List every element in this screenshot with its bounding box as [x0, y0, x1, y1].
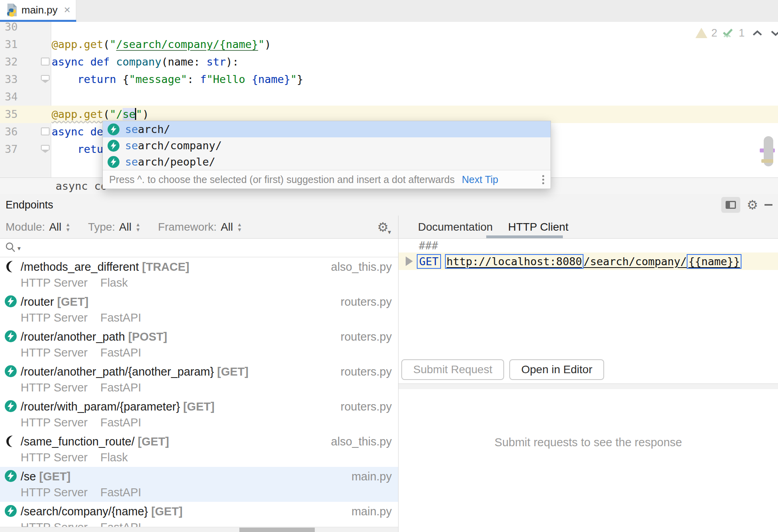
filter-gear-icon: ⚙ — [377, 219, 389, 235]
filter-value: All — [221, 221, 233, 233]
minimize-icon[interactable] — [765, 204, 772, 206]
endpoint-subtitle: HTTP ServerFastAPI — [21, 381, 141, 394]
request-variable[interactable]: {{name}} — [687, 254, 741, 269]
code-token: : — [194, 56, 200, 68]
code-token: name — [168, 56, 194, 68]
search-icon — [5, 242, 17, 254]
endpoint-file: main.py — [351, 470, 392, 483]
code-token: ( — [161, 56, 168, 68]
endpoints-hscrollbar-track — [0, 527, 398, 532]
scrollbar-mark-warning — [761, 159, 773, 163]
layout-toggle-button[interactable] — [721, 197, 740, 213]
code-token — [52, 73, 77, 85]
endpoint-method: [GET] — [39, 470, 71, 483]
code-token: / — [116, 108, 123, 120]
endpoint-list-item[interactable]: /same_function_route/ [GET] also_this.py… — [0, 432, 398, 467]
filter-group[interactable]: Type: All ▲▼ — [88, 221, 141, 233]
completion-rest: arch/ — [138, 123, 170, 135]
endpoint-file: routers.py — [341, 295, 392, 308]
chevron-down-icon[interactable] — [770, 29, 778, 37]
endpoints-hscrollbar-thumb[interactable] — [239, 528, 315, 532]
endpoint-list-item[interactable]: /search/company/{name} [GET] main.py HTT… — [0, 502, 398, 527]
code-token: async — [52, 125, 84, 138]
code-token: {name} — [252, 73, 291, 85]
gear-icon[interactable]: ⚙ — [747, 197, 758, 213]
tab-main-py[interactable]: main.py × — [0, 0, 76, 20]
fastapi-endpoint-icon — [5, 330, 17, 342]
tab-documentation[interactable]: Documentation — [418, 216, 493, 238]
code-token: ) — [264, 38, 271, 50]
endpoint-method: [GET] — [57, 295, 89, 308]
endpoints-list: /methods_are_different [TRACE] also_this… — [0, 257, 398, 527]
line-number: 31 — [5, 36, 29, 53]
endpoint-path: /se [GET] — [21, 470, 71, 483]
run-request-icon[interactable] — [406, 256, 413, 266]
fold-marker-icon[interactable] — [41, 127, 50, 135]
endpoint-list-item[interactable]: /methods_are_different [TRACE] also_this… — [0, 257, 398, 292]
http-request-line[interactable]: GET http://localhost:8080 /search/compan… — [399, 253, 778, 270]
code-line[interactable]: 32async def company(name: str): — [0, 53, 778, 71]
filter-group[interactable]: Module: All ▲▼ — [6, 221, 71, 233]
endpoint-completion-icon — [108, 156, 119, 168]
fold-marker-icon[interactable] — [41, 75, 50, 80]
endpoint-completion-icon — [108, 140, 119, 152]
code-token: /search/company/{name} — [116, 38, 258, 50]
code-token: ) — [226, 56, 232, 68]
chevron-up-icon[interactable] — [752, 29, 763, 37]
endpoint-file: also_this.py — [331, 435, 392, 448]
filter-label: Framework: — [158, 221, 217, 233]
line-number: 36 — [5, 123, 29, 141]
code-token: " — [136, 108, 142, 120]
request-host[interactable]: http://localhost:8080 — [445, 254, 584, 269]
submit-request-button[interactable]: Submit Request — [401, 359, 504, 380]
request-path[interactable]: /search/company/ — [584, 255, 687, 268]
code-token: company — [116, 56, 162, 68]
code-token: str — [206, 56, 226, 68]
ide-window: main.py × 3031@app.get("/search/company/… — [0, 0, 778, 532]
empty-response-message: Submit requests to see the response — [399, 436, 778, 449]
endpoint-subtitle: HTTP ServerFastAPI — [21, 521, 141, 527]
completion-match-prefix: se — [125, 139, 138, 152]
detail-tabs: Documentation HTTP Client — [399, 216, 778, 239]
endpoint-list-item[interactable]: /router/another_path [POST] routers.py H… — [0, 327, 398, 362]
flask-endpoint-icon — [5, 260, 15, 273]
completion-rest: arch/people/ — [138, 156, 216, 168]
code-line[interactable]: 31@app.get("/search/company/{name}") — [0, 36, 778, 53]
code-token — [84, 125, 90, 138]
tab-label: main.py — [21, 4, 58, 16]
code-line[interactable]: 33 return {"message": f"Hello {name}"} — [0, 71, 778, 88]
endpoint-list-item[interactable]: /router/another_path/{another_param} [GE… — [0, 362, 398, 397]
code-token: " — [258, 38, 264, 50]
check-count: 1 — [739, 27, 745, 39]
completion-item[interactable]: search/people/ — [103, 154, 551, 170]
completion-hint-bar: Press ^. to choose the selected (or firs… — [103, 170, 551, 189]
fold-marker-icon[interactable] — [41, 145, 50, 150]
completion-item[interactable]: search/ — [103, 121, 551, 137]
filter-group[interactable]: Framework: All ▲▼ — [158, 221, 242, 233]
open-in-editor-button[interactable]: Open in Editor — [509, 359, 604, 380]
inspection-widget[interactable]: 2 1 — [695, 26, 778, 40]
code-token: " — [291, 73, 297, 85]
endpoint-list-item[interactable]: /router/with_param/{parameter} [GET] rou… — [0, 397, 398, 432]
endpoint-list-item[interactable]: /router [GET] routers.py HTTP ServerFast… — [0, 292, 398, 327]
code-token: return — [77, 73, 116, 85]
endpoint-subtitle: HTTP ServerFastAPI — [21, 486, 141, 499]
code-token: { — [116, 73, 129, 85]
endpoint-file: routers.py — [341, 400, 392, 413]
endpoint-list-item[interactable]: /se [GET] main.py HTTP ServerFastAPI — [0, 467, 398, 502]
tab-close-icon[interactable]: × — [64, 4, 70, 15]
code-line[interactable]: 30 — [0, 22, 778, 36]
check-icon — [721, 26, 735, 40]
next-tip-link[interactable]: Next Tip — [462, 174, 499, 185]
warning-icon — [695, 28, 707, 38]
endpoint-path: /router/another_path/{another_param} [GE… — [21, 365, 248, 378]
request-separator[interactable]: ### — [419, 239, 438, 253]
code-line[interactable]: 34 — [0, 88, 778, 106]
endpoints-search-field[interactable]: ▾ — [0, 239, 398, 257]
tab-http-client[interactable]: HTTP Client — [508, 216, 568, 238]
kebab-menu-icon[interactable] — [542, 175, 544, 184]
fold-marker-icon[interactable] — [41, 58, 50, 66]
filter-gear-button[interactable]: ⚙ ▾ — [377, 219, 391, 235]
completion-item[interactable]: search/company/ — [103, 137, 551, 154]
request-method[interactable]: GET — [417, 254, 441, 269]
